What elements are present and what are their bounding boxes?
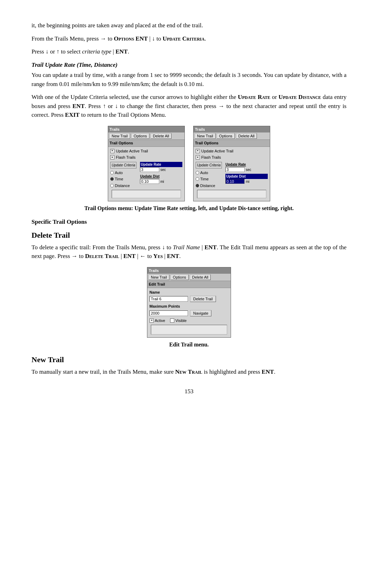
widget-right-update-active-check[interactable] [196, 149, 200, 153]
widget-right-distance-label: Distance [200, 183, 215, 189]
arrow-down-icon-3 [115, 103, 118, 109]
widget-right-new-trail-btn[interactable]: New Trail [195, 133, 216, 139]
et-visible-item: Visible [170, 318, 187, 324]
widget-right-radio-auto-btn[interactable] [196, 171, 199, 174]
widget-left-update-rate-label: Update Rate [140, 162, 182, 167]
widget-right-title: Trails [194, 126, 270, 133]
widget-right-toolbar: New Trail Options Delete All [194, 132, 270, 140]
arrow-up-icon [56, 48, 59, 55]
et-active-label: Active [155, 318, 165, 324]
paragraph-4: You can update a trail by time, with a r… [31, 71, 346, 88]
widget-left-group: Update Criteria Auto Time Distance [110, 162, 182, 189]
et-name-input[interactable] [149, 296, 188, 302]
et-delete-all-btn[interactable]: Delete All [190, 274, 211, 280]
et-max-points-input[interactable] [149, 310, 188, 316]
widget-left-update-dist-input[interactable] [140, 179, 159, 184]
widget-left-update-rate-row: sec [140, 167, 182, 172]
widget-left-criteria-label: Update Criteria [110, 162, 136, 168]
widget-right-flash-check[interactable] [196, 155, 200, 159]
et-options-btn[interactable]: Options [170, 274, 189, 280]
widget-left-update: Update Rate sec Update Dist mi [140, 162, 182, 184]
arrow-left-icon [140, 253, 146, 259]
et-new-trail-btn[interactable]: New Trail [148, 274, 169, 280]
widget-left-update-rate-input[interactable] [140, 167, 159, 172]
widget-left-update-dist-unit: mi [160, 179, 164, 184]
section-heading-1: Trail Update Rate (Time, Distance) [31, 60, 346, 70]
widget-right-flash-row: Flash Trails [196, 155, 268, 160]
heading-new-trail: New Trail [31, 354, 346, 365]
et-navigate-btn[interactable]: Navigate [190, 310, 211, 316]
arrow-down-icon [152, 35, 155, 42]
arrow-right-icon-3 [71, 253, 77, 259]
arrow-right-icon-2 [218, 103, 224, 109]
widget-right-update-dist-input[interactable] [225, 179, 245, 184]
widget-right-update-dist-label: Update Dist [225, 174, 268, 179]
widget-right-radio-distance-btn[interactable] [196, 184, 199, 187]
widget-left-options-btn[interactable]: Options [131, 133, 149, 139]
paragraph-5: With one of the Update Criteria selected… [31, 93, 346, 120]
widget-right-update-active-label: Update Active Trail [201, 148, 233, 154]
widget-left-radio-time-btn[interactable] [110, 177, 114, 181]
widget-right-update-rate-unit: sec [246, 167, 251, 172]
widget-right-update-rate-label: Update Rate [225, 162, 268, 167]
widget-right-auto-label: Auto [200, 170, 208, 176]
widget-right-criteria: Update Criteria Auto Time Distance [196, 162, 222, 189]
widget-left-radio-time: Time [110, 176, 136, 182]
paragraph-1: it, the beginning points are taken away … [31, 21, 346, 30]
arrow-down-icon-2 [46, 48, 49, 55]
et-max-points-label: Maximum Points [149, 303, 229, 309]
edit-trail-widget: Trails New Trail Options Delete All Edit… [147, 267, 231, 338]
et-section: Edit Trail [147, 281, 231, 288]
widget-right-radio-distance: Distance [196, 183, 222, 189]
widget-right-update-dist-row: mi [225, 179, 268, 184]
widget-left-new-trail-btn[interactable]: New Trail [109, 133, 130, 139]
widget-right-update-rate-row: sec [225, 167, 268, 172]
widget-left-update-active-check[interactable] [110, 149, 114, 153]
widget-right-time-label: Time [200, 176, 209, 182]
widget-right-update: Update Rate sec Update Dist mi [225, 162, 268, 184]
widget-right-radio-time: Time [196, 176, 222, 182]
trail-widget-left: Trails New Trail Options Delete All Trai… [108, 126, 185, 202]
widget-left-flash-row: Flash Trails [110, 155, 182, 160]
figure-single-edit-trail: Trails New Trail Options Delete All Edit… [31, 267, 346, 338]
widget-left-criteria: Update Criteria Auto Time Distance [110, 162, 136, 189]
figure-caption-1: Trail Options menu: Update Time Rate set… [31, 204, 346, 213]
widget-left-body: Update Active Trail Flash Trails Update … [108, 147, 184, 201]
heading-delete-trail: Delete Trail [31, 229, 346, 241]
widget-left-delete-all-btn[interactable]: Delete All [150, 133, 172, 139]
widget-right-options-btn[interactable]: Options [217, 133, 235, 139]
widget-left-footer [112, 190, 181, 198]
widget-left-section: Trail Options [108, 140, 184, 147]
widget-left-auto-label: Auto [115, 170, 123, 176]
widget-left-radio-distance: Distance [110, 183, 136, 189]
et-visible-check[interactable] [170, 318, 174, 323]
paragraph-3: Press or to select criteria type | ENT. [31, 47, 346, 56]
section-heading-specific: Specific Trail Options [31, 217, 346, 227]
et-visible-label: Visible [175, 318, 187, 324]
et-checkbox-row: Active Visible [149, 318, 229, 324]
paragraph-6: To delete a specific trail: From the Tra… [31, 243, 346, 261]
widget-right-body: Update Active Trail Flash Trails Update … [194, 147, 270, 201]
widget-left-radio-auto-btn[interactable] [110, 171, 114, 174]
widget-right-update-active-row: Update Active Trail [196, 148, 268, 154]
figure-caption-2: Edit Trail menu. [31, 340, 346, 349]
et-delete-trail-btn[interactable]: Delete Trail [190, 296, 216, 302]
widget-left-flash-check[interactable] [110, 155, 114, 159]
widget-left-update-rate-unit: sec [160, 167, 166, 172]
widget-right-update-dist-unit: mi [246, 179, 250, 184]
widget-left-update-dist-label: Update Dist [140, 174, 182, 179]
widget-left-toolbar: New Trail Options Delete All [108, 132, 184, 140]
widget-right-update-rate-input[interactable] [225, 167, 245, 172]
trail-widget-right: Trails New Trail Options Delete All Trai… [193, 126, 270, 202]
widget-right-footer [197, 190, 266, 198]
widget-left-radio-distance-btn[interactable] [110, 184, 114, 187]
widget-right-delete-all-btn[interactable]: Delete All [236, 133, 257, 139]
widget-left-update-active-row: Update Active Trail [110, 148, 182, 154]
widget-left-flash-label: Flash Trails [116, 155, 135, 160]
et-active-check[interactable] [149, 318, 154, 323]
page-number: 153 [31, 387, 346, 396]
et-name-label: Name [149, 289, 229, 295]
widget-right-group: Update Criteria Auto Time Distance [196, 162, 268, 189]
et-toolbar: New Trail Options Delete All [147, 274, 231, 281]
widget-right-radio-time-btn[interactable] [196, 177, 199, 181]
